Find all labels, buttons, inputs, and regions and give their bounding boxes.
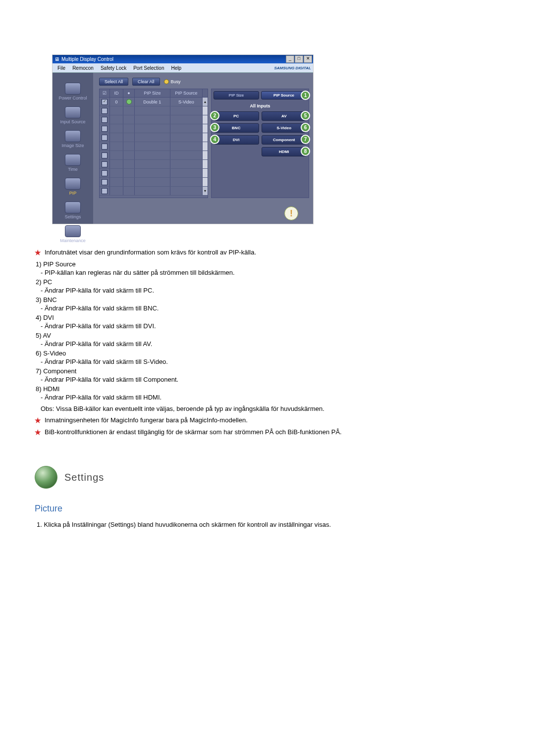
list-item: 8) HDMI	[36, 385, 490, 393]
callout-4: 4	[210, 135, 219, 144]
row-checkbox[interactable]	[102, 152, 107, 158]
power-icon	[65, 83, 81, 95]
list-item-desc: - Ändrar PIP-källa för vald skärm till D…	[41, 322, 490, 330]
status-bar: !	[93, 203, 313, 224]
scroll-up-button[interactable]: ▴	[203, 98, 208, 106]
grid-header: ☑ ID ● PIP Size PIP Source	[100, 89, 208, 98]
select-all-button[interactable]: Select All	[99, 78, 128, 86]
table-row[interactable]	[100, 142, 208, 151]
sidebar-item-pip[interactable]: PIP	[53, 175, 93, 199]
callout-1: 1	[301, 91, 310, 100]
close-button[interactable]: ✕	[304, 55, 312, 63]
row-checkbox[interactable]: ✓	[102, 99, 107, 105]
menu-remocon[interactable]: Remocon	[69, 64, 97, 72]
callout-6: 6	[301, 123, 310, 132]
intro-text: Inforutnätet visar den grundinformation …	[45, 249, 256, 256]
row-checkbox[interactable]	[102, 108, 107, 114]
sidebar-item-image-size[interactable]: Image Size	[53, 127, 93, 151]
sidebar-item-time[interactable]: Time	[53, 151, 93, 175]
table-row[interactable]	[100, 124, 208, 133]
component-button[interactable]: Component7	[262, 135, 307, 145]
sidebar-item-settings[interactable]: Settings	[53, 199, 93, 222]
callout-7: 7	[301, 135, 310, 144]
table-row[interactable]	[100, 133, 208, 142]
app-icon: 🖥	[54, 56, 59, 62]
col-id: ID	[110, 89, 123, 97]
list-item-desc: - PIP-källan kan regleras när du sätter …	[41, 269, 490, 276]
row-checkbox[interactable]	[102, 135, 107, 141]
row-checkbox[interactable]	[102, 144, 107, 150]
clear-all-button[interactable]: Clear All	[132, 78, 160, 86]
table-row[interactable]	[100, 178, 208, 187]
star-icon: ★	[35, 428, 42, 436]
table-row[interactable]	[100, 151, 208, 160]
list-item-desc: - Ändrar PIP-källa för vald skärm till C…	[41, 376, 490, 383]
busy-dot-icon	[164, 79, 169, 84]
time-icon	[65, 154, 81, 166]
sidebar-item-maintenance[interactable]: Maintenance	[53, 222, 93, 246]
status-dot-icon	[126, 99, 132, 104]
callout-5: 5	[301, 111, 310, 120]
list-item-desc: - Ändrar PIP-källa för vald skärm till H…	[41, 394, 490, 401]
list-item: 6) S-Video	[36, 350, 490, 357]
settings-heading: Settings	[64, 472, 104, 483]
titlebar: 🖥 Multiple Display Control _ □ ✕	[53, 55, 313, 63]
image-size-icon	[65, 130, 81, 142]
info-icon: !	[284, 206, 298, 220]
row-checkbox[interactable]	[102, 117, 107, 123]
hdmi-button[interactable]: HDMI8	[262, 147, 307, 156]
list-item-desc: - Ändrar PIP-källa för vald skärm till B…	[41, 304, 490, 312]
app-title: Multiple Display Control	[61, 56, 113, 62]
table-row[interactable]: ▾	[100, 187, 208, 196]
row-checkbox[interactable]	[102, 126, 107, 132]
app-window: 🖥 Multiple Display Control _ □ ✕ File Re…	[52, 54, 314, 224]
menu-safety-lock[interactable]: Safety Lock	[98, 64, 129, 72]
minimize-button[interactable]: _	[286, 55, 294, 63]
list-item: 7) Component	[36, 367, 490, 375]
col-check: ☑	[100, 89, 110, 97]
row-checkbox[interactable]	[102, 170, 107, 176]
table-row[interactable]	[100, 106, 208, 115]
callout-8: 8	[301, 147, 310, 156]
list-item: 3) BNC	[36, 296, 490, 303]
brand-label: SAMSUNG DIGITAL	[274, 66, 311, 70]
busy-indicator: Busy	[164, 79, 181, 84]
av-button[interactable]: AV5	[262, 111, 307, 121]
input-source-icon	[65, 106, 81, 118]
table-row[interactable]	[100, 115, 208, 124]
tab-pip-source[interactable]: PIP Source 1	[261, 91, 307, 100]
list-item-desc: - Ändrar PIP-källa för vald skärm till A…	[41, 340, 490, 348]
dvi-button[interactable]: DVI4	[214, 135, 259, 145]
maximize-button[interactable]: □	[295, 55, 303, 63]
col-pip-source: PIP Source	[170, 89, 203, 97]
list-item: 2) PC	[36, 278, 490, 286]
row-checkbox[interactable]	[102, 179, 107, 185]
star-icon: ★	[35, 249, 42, 256]
list-item: 4) DVI	[36, 314, 490, 321]
table-row[interactable]	[100, 160, 208, 169]
pip-icon	[65, 178, 81, 190]
note-magicinfo: Inmatningsenheten för MagicInfo fungerar…	[45, 416, 248, 424]
scroll-down-button[interactable]: ▾	[203, 187, 208, 195]
settings-icon	[65, 202, 81, 213]
tab-pip-size[interactable]: PIP Size	[214, 91, 259, 100]
table-row[interactable]: ✓0Double 1S-Video▴	[100, 98, 208, 106]
sidebar-item-power-control[interactable]: Power Control	[53, 80, 93, 103]
pc-button[interactable]: PC2	[214, 111, 259, 121]
menu-help[interactable]: Help	[168, 64, 184, 72]
star-icon: ★	[35, 416, 42, 424]
sidebar-item-input-source[interactable]: Input Source	[53, 103, 93, 127]
obs-note: Obs: Vissa BiB-källor kan eventuellt int…	[41, 405, 490, 412]
all-inputs-label: All Inputs	[214, 103, 307, 108]
row-checkbox[interactable]	[102, 161, 107, 167]
row-checkbox[interactable]	[102, 188, 107, 194]
table-row[interactable]	[100, 169, 208, 178]
menu-file[interactable]: File	[54, 64, 68, 72]
list-item-desc: - Ändrar PIP-källa för vald skärm till P…	[41, 287, 490, 294]
bnc-button[interactable]: BNC3	[214, 123, 259, 133]
note-bib: BiB-kontrollfunktionen är endast tillgän…	[45, 428, 342, 436]
col-pip-size: PIP Size	[135, 89, 170, 97]
menu-port-selection[interactable]: Port Selection	[130, 64, 167, 72]
svideo-button[interactable]: S-Video6	[262, 123, 307, 133]
list-item: 5) AV	[36, 332, 490, 339]
